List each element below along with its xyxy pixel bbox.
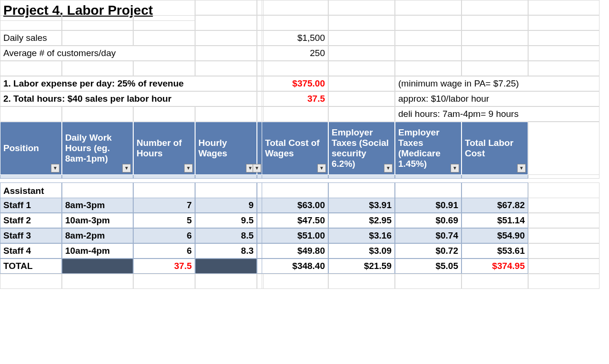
total-hours-value[interactable]: 37.5 bbox=[262, 91, 328, 106]
col-header-work-hours[interactable]: Daily Work Hours (eg. 8am-1pm)▼ bbox=[62, 122, 133, 175]
col-header-total-labor[interactable]: Total Labor Cost▼ bbox=[462, 122, 528, 175]
blank-cell bbox=[133, 106, 195, 122]
blank-cell bbox=[328, 61, 395, 76]
blank-cell bbox=[0, 15, 62, 30]
col-header-tax-ss-label: Employer Taxes (Social security 6.2%) bbox=[332, 127, 392, 169]
cell-cost[interactable]: $63.00 bbox=[262, 198, 328, 213]
daily-sales-value[interactable]: $1,500 bbox=[262, 30, 328, 46]
blank-cell bbox=[328, 106, 395, 122]
col-header-total-cost-wages[interactable]: Total Cost of Wages▼ bbox=[262, 122, 328, 175]
blank-cell bbox=[62, 61, 133, 76]
blank-cell bbox=[195, 61, 257, 76]
min-wage-note: (minimum wage in PA= $7.25) bbox=[395, 76, 599, 91]
col-header-tax-ss[interactable]: Employer Taxes (Social security 6.2%)▼ bbox=[328, 122, 395, 175]
approx-hour-cost-note: approx: $10/labor hour bbox=[395, 91, 599, 106]
cell-position[interactable]: Staff 4 bbox=[0, 243, 62, 259]
total-hours-label: 2. Total hours: $40 sales per labor hour bbox=[0, 91, 257, 106]
col-header-position-label: Position bbox=[3, 143, 39, 153]
blank-cell bbox=[528, 243, 599, 259]
blank-cell bbox=[528, 228, 599, 243]
filter-dropdown-icon[interactable]: ▼ bbox=[184, 164, 193, 172]
blank-cell bbox=[195, 15, 257, 30]
cell-shift[interactable]: 10am-3pm bbox=[62, 213, 133, 228]
blank-cell bbox=[528, 274, 599, 289]
cell-position[interactable]: Staff 2 bbox=[0, 213, 62, 228]
cell-hours[interactable]: 6 bbox=[133, 243, 195, 259]
cell-hours[interactable]: 7 bbox=[133, 198, 195, 213]
total-cost[interactable]: $348.40 bbox=[262, 259, 328, 274]
blank-cell bbox=[133, 30, 195, 46]
col-header-hourly-wages-label: Hourly Wages bbox=[198, 138, 254, 159]
avg-customers-value[interactable]: 250 bbox=[262, 46, 328, 61]
blank-cell bbox=[528, 122, 599, 175]
blank-cell bbox=[195, 106, 257, 122]
cell-wage[interactable]: 8.3 bbox=[195, 243, 257, 259]
blank-cell bbox=[328, 91, 395, 106]
blank-cell bbox=[462, 46, 528, 61]
cell-position[interactable]: Staff 3 bbox=[0, 228, 62, 243]
blank-cell bbox=[328, 15, 395, 30]
cell-hours[interactable]: 6 bbox=[133, 228, 195, 243]
blank-cell bbox=[133, 61, 195, 76]
cell-total[interactable]: $67.82 bbox=[462, 198, 528, 213]
blank-cell bbox=[0, 61, 62, 76]
filter-dropdown-icon[interactable]: ▼ bbox=[384, 164, 393, 172]
total-med[interactable]: $5.05 bbox=[395, 259, 462, 274]
cell-shift[interactable]: 8am-3pm bbox=[62, 198, 133, 213]
cell-ss[interactable]: $3.91 bbox=[328, 198, 395, 213]
blank-cell bbox=[133, 15, 195, 30]
cell-ss[interactable]: $3.09 bbox=[328, 243, 395, 259]
total-hours[interactable]: 37.5 bbox=[133, 259, 195, 274]
cell-hours[interactable]: 5 bbox=[133, 213, 195, 228]
cell-med[interactable]: $0.72 bbox=[395, 243, 462, 259]
blank-cell bbox=[462, 30, 528, 46]
cell-shift[interactable]: 8am-2pm bbox=[62, 228, 133, 243]
cell-total[interactable]: $53.61 bbox=[462, 243, 528, 259]
blank-cell bbox=[528, 213, 599, 228]
cell-cost[interactable]: $49.80 bbox=[262, 243, 328, 259]
cell-med[interactable]: $0.91 bbox=[395, 198, 462, 213]
cell-wage[interactable]: 9 bbox=[195, 198, 257, 213]
filter-dropdown-icon[interactable]: ▼ bbox=[122, 164, 131, 172]
blank-cell bbox=[462, 15, 528, 30]
blank-cell bbox=[195, 46, 257, 61]
blank-cell bbox=[0, 106, 62, 122]
blank-cell bbox=[62, 274, 133, 289]
col-header-position[interactable]: Position▼ bbox=[0, 122, 62, 175]
filter-dropdown-icon[interactable]: ▼ bbox=[51, 164, 59, 172]
blank-cell bbox=[0, 274, 62, 289]
cell-total[interactable]: $51.14 bbox=[462, 213, 528, 228]
blank-cell bbox=[328, 274, 395, 289]
col-header-hourly-wages[interactable]: Hourly Wages▼ bbox=[195, 122, 257, 175]
blank-cell bbox=[262, 0, 328, 15]
cell-total[interactable]: $54.90 bbox=[462, 228, 528, 243]
avg-customers-label: Average # of customers/day bbox=[0, 46, 195, 61]
total-labor-cost[interactable]: $374.95 bbox=[462, 259, 528, 274]
total-dark-fill bbox=[62, 259, 133, 274]
blank-cell bbox=[528, 198, 599, 213]
cell-wage[interactable]: 9.5 bbox=[195, 213, 257, 228]
blank-cell bbox=[328, 0, 395, 15]
spreadsheet: Project 4. Labor Project Daily sales $1,… bbox=[0, 0, 609, 289]
labor-expense-value[interactable]: $375.00 bbox=[262, 76, 328, 91]
cell-med[interactable]: $0.69 bbox=[395, 213, 462, 228]
filter-dropdown-icon[interactable]: ▼ bbox=[517, 164, 526, 172]
blank-cell bbox=[528, 259, 599, 274]
blank-cell bbox=[62, 106, 133, 122]
cell-wage[interactable]: 8.5 bbox=[195, 228, 257, 243]
cell-position[interactable]: Staff 1 bbox=[0, 198, 62, 213]
cell-ss[interactable]: $2.95 bbox=[328, 213, 395, 228]
cell-ss[interactable]: $3.16 bbox=[328, 228, 395, 243]
cell-cost[interactable]: $47.50 bbox=[262, 213, 328, 228]
blank-cell bbox=[262, 274, 328, 289]
blank-cell bbox=[462, 0, 528, 15]
filter-dropdown-icon[interactable]: ▼ bbox=[317, 164, 326, 172]
cell-med[interactable]: $0.74 bbox=[395, 228, 462, 243]
cell-cost[interactable]: $51.00 bbox=[262, 228, 328, 243]
cell-shift[interactable]: 10am-4pm bbox=[62, 243, 133, 259]
col-header-num-hours[interactable]: Number of Hours▼ bbox=[133, 122, 195, 175]
filter-dropdown-icon[interactable]: ▼ bbox=[253, 164, 261, 172]
filter-dropdown-icon[interactable]: ▼ bbox=[451, 164, 459, 172]
col-header-tax-med[interactable]: Employer Taxes (Medicare 1.45%)▼ bbox=[395, 122, 462, 175]
total-ss[interactable]: $21.59 bbox=[328, 259, 395, 274]
